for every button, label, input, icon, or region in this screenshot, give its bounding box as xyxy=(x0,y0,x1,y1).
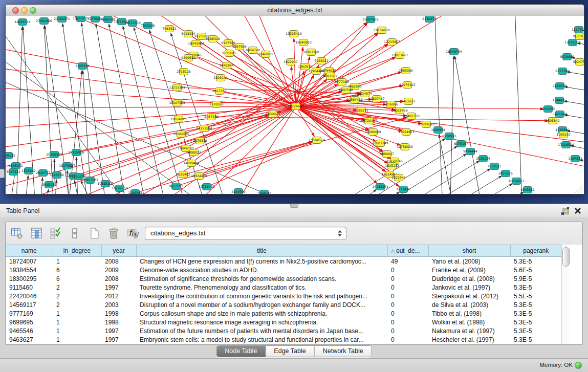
graph-node[interactable]: 17359926 xyxy=(68,149,84,156)
graph-node[interactable]: 1595842 xyxy=(546,118,560,124)
function-builder-icon[interactable]: f(x) xyxy=(124,228,143,237)
cell-pagerank[interactable]: 5.3E-5 xyxy=(510,283,561,292)
graph-node[interactable]: 8454749 xyxy=(246,47,260,54)
cell-name[interactable]: 22420046 xyxy=(6,292,53,300)
cell-title[interactable]: Disruption of a novel member of a sodium… xyxy=(136,300,387,309)
cell-in_degree[interactable]: 6 xyxy=(53,266,101,274)
table-row[interactable]: 969969511998Structural magnetic resonanc… xyxy=(6,318,561,327)
collapse-panel-tab[interactable] xyxy=(0,169,5,178)
graph-node[interactable]: 8912954 xyxy=(181,31,195,37)
graph-node[interactable]: 1395051 xyxy=(9,163,23,169)
cell-out_degree[interactable]: 0 xyxy=(387,283,428,292)
cell-in_degree[interactable]: 2 xyxy=(53,292,101,300)
column-header-pagerank[interactable]: pagerank xyxy=(510,245,561,257)
cell-short[interactable]: Jankovic et al. (1997) xyxy=(428,283,510,292)
cell-year[interactable]: 2012 xyxy=(101,292,136,300)
cell-title[interactable]: Corpus callosum shape and size in male p… xyxy=(136,310,387,318)
cell-name[interactable]: 9465546 xyxy=(6,327,53,336)
cell-year[interactable]: 1997 xyxy=(101,283,136,292)
graph-node[interactable]: 21464371 xyxy=(54,16,70,23)
show-columns-button[interactable] xyxy=(30,226,44,240)
graph-node[interactable]: 10025438 xyxy=(391,107,408,114)
graph-node[interactable]: 9463627 xyxy=(401,98,416,105)
graph-node[interactable]: 16782759 xyxy=(112,185,128,192)
table-row[interactable]: 946554611997Estimation of the future num… xyxy=(6,327,561,336)
graph-node[interactable]: 15751074 xyxy=(564,39,581,46)
cell-title[interactable]: Investigating the contribution of common… xyxy=(136,292,387,300)
cell-year[interactable]: 1998 xyxy=(101,310,136,318)
cell-name[interactable]: 9699695 xyxy=(6,318,53,327)
graph-node[interactable]: 3624574 xyxy=(358,91,372,97)
graph-node[interactable]: 10807487 xyxy=(368,96,385,102)
graph-node[interactable]: 8471676 xyxy=(498,170,513,177)
graph-node[interactable]: 14353594 xyxy=(196,125,212,132)
graph-node[interactable]: 8427552 xyxy=(212,88,227,95)
cell-year[interactable]: 2009 xyxy=(101,266,136,274)
cell-out_degree[interactable]: 0 xyxy=(387,318,428,327)
cell-year[interactable]: 2008 xyxy=(101,257,136,266)
cell-in_degree[interactable]: 1 xyxy=(53,310,101,318)
cell-title[interactable]: Tourette syndrome. Phenomenology and cla… xyxy=(136,283,387,292)
graph-node[interactable]: 1292344 xyxy=(128,190,142,194)
graph-node[interactable]: 10899695 xyxy=(418,121,434,128)
tab-node-table[interactable]: Node Table xyxy=(216,346,265,357)
trash-button[interactable] xyxy=(106,226,121,240)
graph-node[interactable]: 19495758 xyxy=(403,113,420,120)
graph-node[interactable]: 8186328 xyxy=(206,36,220,42)
cell-title[interactable]: Structural magnetic resonance image aver… xyxy=(136,318,387,327)
graph-node[interactable]: 2619115 xyxy=(6,152,15,159)
column-checks-button[interactable] xyxy=(49,226,63,240)
graph-node[interactable]: 19975887 xyxy=(59,163,75,169)
cell-short[interactable]: Franke et al. (2009) xyxy=(428,266,510,274)
graph-node[interactable]: 8938923 xyxy=(442,133,456,140)
cell-pagerank[interactable]: 5.6E-5 xyxy=(510,266,561,274)
graph-node[interactable]: 1640954 xyxy=(431,127,445,134)
graph-node[interactable]: 12975115 xyxy=(399,82,416,89)
cell-in_degree[interactable]: 2 xyxy=(53,283,101,292)
cell-in_degree[interactable]: 6 xyxy=(53,274,101,283)
table-settings-button[interactable] xyxy=(10,226,24,240)
table-row[interactable]: 977716911998Corpus callosum shape and si… xyxy=(6,310,561,318)
network-window-titlebar[interactable]: citations_edges.txt xyxy=(6,5,584,16)
cell-name[interactable]: 14569117 xyxy=(6,300,53,309)
graph-node[interactable]: 2942737 xyxy=(36,170,50,177)
graph-node[interactable]: 16961758 xyxy=(303,49,319,56)
graph-node[interactable]: 14099484 xyxy=(183,160,200,167)
graph-node[interactable]: 17016504 xyxy=(558,142,574,148)
graph-node[interactable]: 9227349 xyxy=(555,68,570,75)
graph-node[interactable]: 9245652 xyxy=(520,187,535,193)
graph-node[interactable]: 1822037 xyxy=(284,59,298,65)
graph-node[interactable]: 3917312 xyxy=(6,169,20,176)
cell-name[interactable]: 19384554 xyxy=(6,266,53,274)
graph-node[interactable]: 8424590 xyxy=(231,189,246,194)
graph-node[interactable]: 10688609 xyxy=(365,129,381,136)
splitter-handle[interactable] xyxy=(290,204,298,208)
graph-node[interactable]: 1621064 xyxy=(553,111,567,118)
node-table[interactable]: namein_degreeyeartitle△ out_de...shortpa… xyxy=(6,245,561,344)
cell-pagerank[interactable]: 5.3E-5 xyxy=(510,310,561,318)
graph-node[interactable]: 7955812 xyxy=(314,58,329,64)
graph-node[interactable]: 20364436 xyxy=(346,97,363,103)
graph-node[interactable]: 1244415 xyxy=(552,97,567,104)
column-header-short[interactable]: short xyxy=(428,245,510,257)
graph-node[interactable]: 1733426 xyxy=(396,186,410,193)
cell-short[interactable]: Nakamura et al. (1997) xyxy=(428,327,510,336)
graph-node[interactable]: 10958107 xyxy=(97,181,114,187)
new-document-button[interactable] xyxy=(88,226,102,240)
graph-node[interactable]: 1830021 xyxy=(266,111,280,118)
cell-title[interactable]: Embryonic stem cells: a model to study s… xyxy=(136,336,387,344)
cell-short[interactable]: Yano et al. (2008) xyxy=(428,257,510,266)
graph-node[interactable]: 1089230 xyxy=(556,132,571,138)
cell-short[interactable]: Wolkin et al. (1998) xyxy=(428,318,510,327)
graph-node[interactable]: 13716485 xyxy=(199,184,215,190)
graph-node[interactable]: 16107553 xyxy=(169,100,185,106)
graph-node[interactable]: 1215682 xyxy=(21,168,36,174)
table-row[interactable]: 1938455462009Genome-wide association stu… xyxy=(6,266,561,274)
graph-node[interactable]: 19654975 xyxy=(170,116,187,123)
graph-node[interactable]: 7485063 xyxy=(399,68,413,74)
network-table-select[interactable]: citations_edges.txt xyxy=(145,227,346,240)
cell-title[interactable]: Genome-wide association studies in ADHD. xyxy=(136,266,387,274)
graph-node[interactable]: 2522544 xyxy=(391,174,406,181)
cell-name[interactable]: 18300295 xyxy=(6,274,53,283)
graph-node[interactable]: 1094542 xyxy=(257,190,271,194)
